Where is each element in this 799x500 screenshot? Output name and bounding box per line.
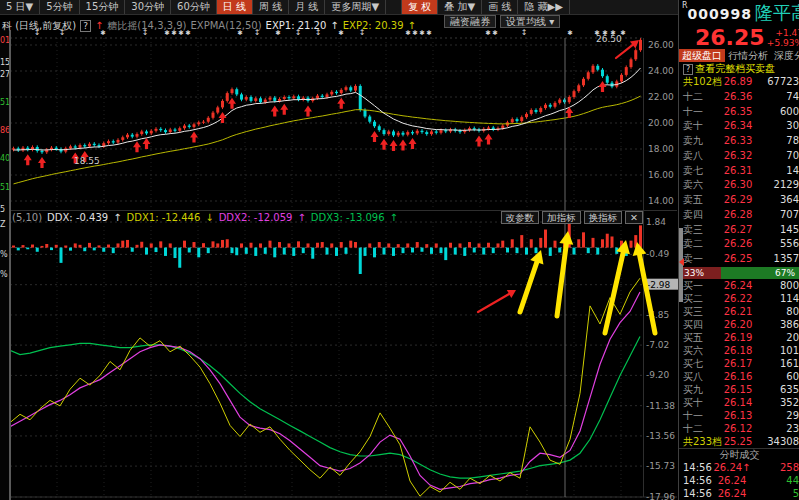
ddx-button-1[interactable]: 加指标 <box>542 211 581 224</box>
buy-price: 26.14 <box>719 396 757 409</box>
buy-row[interactable]: 买四26.20386 <box>679 318 799 331</box>
buy-row[interactable]: 买三26.2180 <box>679 305 799 318</box>
period-tab-5[interactable]: 日 线 <box>217 0 253 14</box>
chart-tool-2[interactable]: 画 线 <box>482 0 518 14</box>
sell-label: 共102档 <box>683 75 719 90</box>
buy-row[interactable]: 买九26.15635 <box>679 383 799 396</box>
buy-volume: 161 <box>757 357 799 370</box>
sell-volume: 145 <box>757 223 799 238</box>
buy-label: 买一 <box>683 279 719 292</box>
signal-mark-icon: ↕ <box>295 28 302 37</box>
signal-mark-icon: ✱ <box>412 29 418 37</box>
help-icon[interactable]: ? <box>683 64 693 75</box>
toolbar2-button-0[interactable]: 融资融券 <box>444 15 496 28</box>
sell-row[interactable]: 卖六26.302129 <box>679 178 799 193</box>
main-chart[interactable]: ↕↕✱↕✱✱✱✱✱↕✱↕↕✱↕✱✱✱✱✱✱↕✱✱✱✱✱26.0024.0022.… <box>10 28 678 500</box>
sell-row[interactable]: 十二26.3674 <box>679 90 799 105</box>
view-all-link[interactable]: 查看完整档买卖盘 <box>695 63 775 74</box>
period-tab-3[interactable]: 30分钟 <box>125 0 171 14</box>
period-tab-2[interactable]: 15分钟 <box>80 0 126 14</box>
buy-price: 26.12 <box>719 422 757 435</box>
price-axis-label: 26.00 <box>648 40 674 50</box>
sell-label: 卖六 <box>683 178 719 193</box>
sell-ratio: 67% <box>721 267 799 279</box>
buy-order-book: 买一26.24800买二26.22114买三26.2180买四26.20386买… <box>679 279 799 448</box>
sell-row[interactable]: 卖一26.251357 <box>679 252 799 267</box>
signal-mark-icon: ↕ <box>59 28 66 37</box>
tick-row: 14:5626.245 <box>679 487 799 500</box>
quote-tab-1[interactable]: 行情分析 <box>725 49 771 62</box>
period-tab-6[interactable]: 周 线 <box>253 0 289 14</box>
sell-row[interactable]: 卖十26.3430 <box>679 119 799 134</box>
price-axis-label: 14.00 <box>648 196 674 206</box>
close-icon[interactable]: ✕ <box>625 211 643 224</box>
ddx-button-0[interactable]: 改参数 <box>501 211 540 224</box>
ddx-indicator-header: (5,10)DDX: -0.439↑DDX1: -12.446↓DDX2: -1… <box>12 211 643 224</box>
tick-time: 14:56 <box>683 461 713 474</box>
sell-price: 26.35 <box>719 105 757 120</box>
tick-row: 14:5626.2444 <box>679 474 799 487</box>
buy-label: 买五 <box>683 331 719 344</box>
left-strip-fragment: 27 <box>0 70 9 79</box>
signal-mark-icon: ✱ <box>171 29 177 37</box>
ddx-values: (5,10)DDX: -0.439↑DDX1: -12.446↓DDX2: -1… <box>12 212 403 224</box>
buy-row[interactable]: 买二26.22114 <box>679 292 799 305</box>
left-clipped-panel: 011527518640515Z%% <box>0 30 11 500</box>
left-strip-fragment: 5 <box>0 205 9 214</box>
chart-tool-3[interactable]: 隐 藏▶▶ <box>518 0 570 14</box>
toolbar: 5 日▼5分钟15分钟30分钟60分钟日 线周 线月 线更多周期▼ 复 权叠 加… <box>0 0 678 15</box>
chart-tool-1[interactable]: 叠 加▼ <box>438 0 482 14</box>
sell-row[interactable]: 卖五26.29364 <box>679 193 799 208</box>
ddx-button-2[interactable]: 换指标 <box>584 211 623 224</box>
buy-row[interactable]: 买六26.18101 <box>679 344 799 357</box>
sell-label: 卖四 <box>683 208 719 223</box>
toolbar2-button-1[interactable]: 设置均线 ▾ <box>500 15 560 28</box>
period-tab-8[interactable]: 更多周期▼ <box>325 0 386 14</box>
ddx-axis-label: -13.56 <box>646 431 675 441</box>
sell-row[interactable]: 卖二26.26556 <box>679 237 799 252</box>
ddx-buttons: 改参数加指标换指标✕ <box>498 211 643 224</box>
sell-price: 26.31 <box>719 164 757 179</box>
ddx-axis-label: -15.73 <box>646 461 675 471</box>
chart-price-label: 18.55 <box>74 156 100 166</box>
sell-row[interactable]: 卖七26.3114 <box>679 164 799 179</box>
quote-tab-0[interactable]: 超级盘口 <box>679 49 725 62</box>
left-strip-fragment: 86 <box>0 126 9 135</box>
period-tab-0[interactable]: 5 日▼ <box>0 0 40 14</box>
sell-row[interactable]: 十一26.35600 <box>679 105 799 120</box>
sell-volume: 556 <box>757 237 799 252</box>
chart-tool-0[interactable]: 复 权 <box>402 0 438 14</box>
period-tab-4[interactable]: 60分钟 <box>171 0 217 14</box>
price-axis-label: 24.00 <box>648 66 674 76</box>
buy-row[interactable]: 买十26.14352 <box>679 396 799 409</box>
period-tab-1[interactable]: 5分钟 <box>40 0 79 14</box>
sell-row[interactable]: 共102档26.8967723 <box>679 75 799 90</box>
buy-volume: 800 <box>757 279 799 292</box>
buy-row[interactable]: 十二26.1223 <box>679 422 799 435</box>
buy-row[interactable]: 买一26.24800 <box>679 279 799 292</box>
sell-row[interactable]: 卖九26.3378 <box>679 134 799 149</box>
left-strip-fragment: Z <box>0 220 9 229</box>
sell-row[interactable]: 卖八26.3270 <box>679 149 799 164</box>
price-row: 26.25 +1.47 +5.93% <box>679 27 799 49</box>
sell-price: 26.89 <box>719 75 757 90</box>
app-window: 5 日▼5分钟15分钟30分钟60分钟日 线周 线月 线更多周期▼ 复 权叠 加… <box>0 0 799 500</box>
left-strip-fragment: 40 <box>0 154 9 163</box>
period-tab-7[interactable]: 月 线 <box>289 0 325 14</box>
signal-mark-icon: ↕ <box>359 28 366 37</box>
buy-row[interactable]: 十一26.1329 <box>679 409 799 422</box>
view-all-row[interactable]: ?查看完整档买卖盘 <box>679 62 799 75</box>
buy-price: 26.18 <box>719 344 757 357</box>
buy-row[interactable]: 买七26.17161 <box>679 357 799 370</box>
buy-signal-arrow-icon <box>280 104 288 115</box>
signal-mark-icon: ↕ <box>315 28 322 37</box>
quote-tab-2[interactable]: 深度分析 <box>771 49 799 62</box>
buy-row[interactable]: 买五26.1920 <box>679 331 799 344</box>
left-strip-fragment: 51 <box>0 98 9 107</box>
buy-row[interactable]: 共233档25.2534308 <box>679 435 799 448</box>
price-axis-label: 16.00 <box>648 170 674 180</box>
sell-volume: 70 <box>757 149 799 164</box>
sell-row[interactable]: 卖四26.28707 <box>679 208 799 223</box>
sell-row[interactable]: 卖三26.27145 <box>679 223 799 238</box>
buy-row[interactable]: 买八26.1660 <box>679 370 799 383</box>
